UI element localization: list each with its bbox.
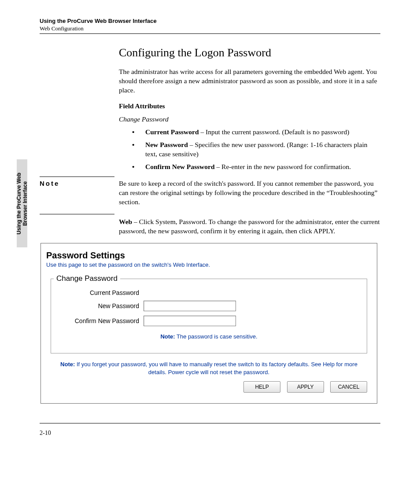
note-label: Note bbox=[40, 180, 59, 187]
form-row-current: Current Password bbox=[51, 289, 367, 296]
side-tab-line1: Using the ProCurve Web bbox=[16, 173, 22, 234]
section-intro: The administrator has write access for a… bbox=[119, 67, 380, 95]
panel-subtitle: Use this page to set the password on the… bbox=[46, 261, 372, 268]
fieldset-legend: Change Password bbox=[54, 274, 120, 283]
note-strong: Note: bbox=[60, 361, 75, 368]
header-rule bbox=[40, 33, 380, 34]
bullet-strong: Confirm New Password bbox=[145, 163, 215, 170]
panel-title: Password Settings bbox=[46, 250, 372, 261]
apply-button[interactable]: APPLY bbox=[287, 381, 324, 393]
page-header: Using the ProCurve Web Browser Interface… bbox=[40, 18, 380, 34]
header-title: Using the ProCurve Web Browser Interface bbox=[40, 18, 380, 24]
help-button[interactable]: HELP bbox=[243, 381, 280, 393]
header-subtitle: Web Configuration bbox=[40, 25, 380, 32]
note-text: The password is case sensitive. bbox=[175, 333, 258, 340]
change-password-fieldset: Change Password Current Password New Pas… bbox=[51, 274, 367, 353]
note-text: If you forget your password, you will ha… bbox=[75, 361, 357, 375]
side-tab-line2: Browser Interface bbox=[22, 181, 28, 225]
label-new-password: New Password bbox=[51, 302, 144, 309]
web-strong: Web bbox=[119, 218, 132, 225]
bullet-strong: New Password bbox=[145, 141, 188, 148]
bullet-text: – Input the current password. (Default i… bbox=[199, 128, 350, 136]
note-block: Note Be sure to keep a record of the swi… bbox=[40, 177, 380, 210]
note-strong: Note: bbox=[160, 333, 175, 340]
bullet-item: Confirm New Password – Re-enter in the n… bbox=[132, 162, 380, 172]
change-password-label: Change Password bbox=[119, 115, 380, 123]
label-confirm-password: Confirm New Password bbox=[51, 317, 144, 324]
button-row: HELP APPLY CANCEL bbox=[46, 381, 367, 393]
bullet-list: Current Password – Input the current pas… bbox=[119, 128, 380, 172]
section-heading: Configuring the Logon Password bbox=[119, 46, 380, 59]
bullet-item: New Password – Specifies the new user pa… bbox=[132, 140, 380, 159]
input-confirm-password[interactable] bbox=[144, 316, 236, 326]
page-number: 2-10 bbox=[40, 430, 380, 437]
password-settings-panel: Password Settings Use this page to set t… bbox=[41, 243, 377, 404]
bullet-strong: Current Password bbox=[145, 128, 199, 136]
form-row-confirm: Confirm New Password bbox=[51, 316, 367, 326]
field-attributes-label: Field Attributes bbox=[119, 102, 380, 110]
web-rest: – Click System, Password. To change the … bbox=[119, 218, 380, 235]
cancel-button[interactable]: CANCEL bbox=[330, 381, 367, 393]
bullet-item: Current Password – Input the current pas… bbox=[132, 128, 380, 137]
note-body: Be sure to keep a record of the switch's… bbox=[119, 177, 380, 210]
note-forgot-password: Note: If you forget your password, you w… bbox=[55, 361, 363, 376]
web-paragraph: Web – Click System, Password. To change … bbox=[119, 217, 380, 236]
input-new-password[interactable] bbox=[144, 301, 236, 311]
label-current-password: Current Password bbox=[51, 289, 144, 296]
form-row-new: New Password bbox=[51, 301, 367, 311]
side-tab: Using the ProCurve Web Browser Interface bbox=[17, 159, 27, 247]
footer-rule bbox=[40, 423, 380, 423]
note-case-sensitive: Note: The password is case sensitive. bbox=[51, 333, 367, 340]
bullet-text: – Re-enter in the new password for confi… bbox=[215, 163, 351, 170]
